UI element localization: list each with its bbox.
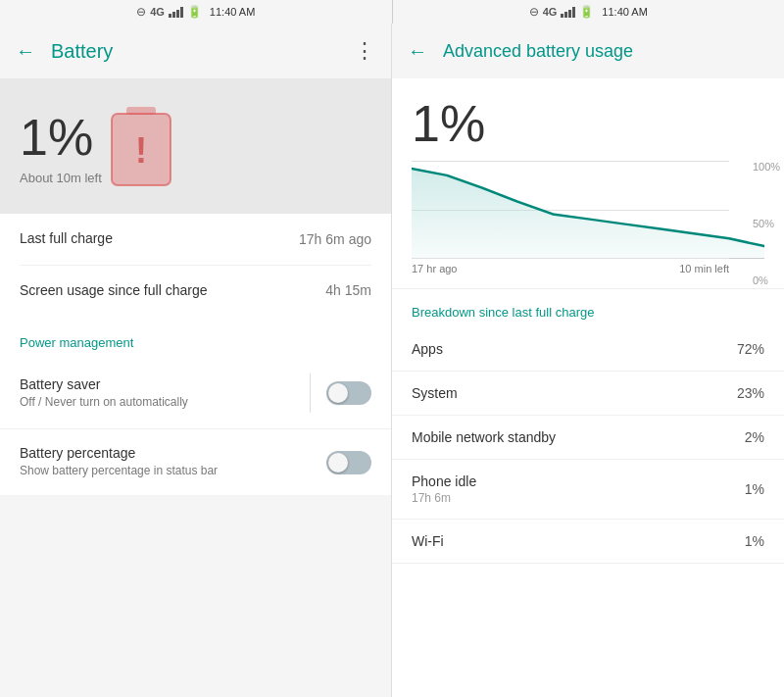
battery-chart: 100% 50% 0% 17 hr ago 10 min left bbox=[392, 161, 784, 288]
battery-saver-content: Battery saver Off / Never turn on automa… bbox=[20, 376, 294, 411]
usage-row-left: Mobile network standby bbox=[412, 429, 556, 445]
x-label-start: 17 hr ago bbox=[412, 263, 457, 274]
usage-label: System bbox=[412, 385, 458, 401]
status-bar-right: ⊖ 4G 🔋 11:40 AM bbox=[392, 0, 785, 24]
y-label-0: 0% bbox=[753, 274, 784, 286]
back-button-right[interactable]: ← bbox=[408, 40, 427, 63]
svg-text:!: ! bbox=[135, 130, 147, 171]
last-full-charge-label: Last full charge bbox=[20, 229, 113, 249]
battery-info: 1% About 10m left bbox=[20, 108, 102, 185]
usage-row-left: Phone idle17h 6m bbox=[412, 473, 476, 505]
battery-time-left: About 10m left bbox=[20, 171, 102, 185]
signal-icon-right: 4G bbox=[543, 6, 558, 18]
divider-vertical bbox=[310, 373, 311, 413]
usage-row: Phone idle17h 6m1% bbox=[392, 460, 784, 520]
usage-label: Phone idle bbox=[412, 473, 476, 489]
usage-list: Apps72%System23%Mobile network standby2%… bbox=[392, 327, 784, 564]
status-bars: ⊖ 4G 🔋 11:40 AM ⊖ 4G 🔋 11:40 AM bbox=[0, 0, 784, 24]
usage-label: Wi-Fi bbox=[412, 533, 444, 549]
battery-percentage-row: Battery percentage Show battery percenta… bbox=[0, 429, 391, 495]
battery-icon-right: 🔋 bbox=[579, 5, 594, 19]
screen-usage-label: Screen usage since full charge bbox=[20, 281, 207, 301]
do-not-disturb-icon: ⊖ bbox=[136, 5, 146, 19]
back-button-left[interactable]: ← bbox=[16, 40, 35, 63]
last-full-charge-row: Last full charge 17h 6m ago bbox=[20, 214, 371, 266]
battery-percentage-title: Battery percentage bbox=[20, 445, 326, 461]
usage-percent: 1% bbox=[745, 533, 764, 549]
usage-row-left: System bbox=[412, 385, 458, 401]
usage-percent: 2% bbox=[745, 429, 764, 445]
usage-sublabel: 17h 6m bbox=[412, 491, 476, 505]
left-panel-title: Battery bbox=[51, 40, 354, 63]
battery-header: 1% About 10m left ! bbox=[0, 78, 391, 214]
battery-percentage-toggle[interactable] bbox=[326, 451, 371, 474]
usage-row: System23% bbox=[392, 372, 784, 416]
screen-usage-value: 4h 15m bbox=[325, 282, 371, 298]
battery-saver-title: Battery saver bbox=[20, 376, 294, 392]
chart-y-labels: 100% 50% 0% bbox=[749, 161, 784, 288]
usage-row-left: Apps bbox=[412, 341, 443, 357]
battery-saver-toggle[interactable] bbox=[326, 381, 371, 405]
bars-icon-left bbox=[169, 6, 183, 18]
usage-row-left: Wi-Fi bbox=[412, 533, 444, 549]
chart-x-labels: 17 hr ago 10 min left bbox=[412, 263, 764, 274]
usage-percent: 1% bbox=[745, 481, 764, 497]
right-panel-title: Advanced battery usage bbox=[443, 41, 633, 62]
x-label-end: 10 min left bbox=[679, 263, 729, 274]
y-label-50: 50% bbox=[753, 218, 784, 229]
do-not-disturb-icon-right: ⊖ bbox=[529, 5, 539, 19]
usage-row: Mobile network standby2% bbox=[392, 416, 784, 460]
usage-percent: 23% bbox=[737, 385, 764, 401]
usage-row: Wi-Fi1% bbox=[392, 520, 784, 564]
battery-percent-display: 1% bbox=[20, 108, 102, 167]
battery-icon-left: 🔋 bbox=[187, 5, 202, 19]
usage-percent: 72% bbox=[737, 341, 764, 357]
battery-critical-icon: ! bbox=[107, 102, 175, 190]
battery-percentage-subtitle: Show battery percentage in status bar bbox=[20, 463, 326, 479]
toggle-knob bbox=[328, 383, 348, 403]
right-toolbar: ← Advanced battery usage bbox=[392, 24, 784, 78]
toggle-knob-2 bbox=[328, 453, 348, 473]
advanced-content: 1% bbox=[392, 78, 784, 697]
chart-area bbox=[412, 161, 764, 259]
battery-stats-section: Last full charge 17h 6m ago Screen usage… bbox=[0, 214, 391, 316]
screen-usage-row: Screen usage since full charge 4h 15m bbox=[20, 266, 371, 317]
time-left: 11:40 AM bbox=[210, 6, 255, 18]
breakdown-header: Breakdown since last full charge bbox=[392, 288, 784, 327]
usage-label: Mobile network standby bbox=[412, 429, 556, 445]
more-options-button[interactable]: ⋮ bbox=[354, 38, 375, 64]
battery-icon-large: ! bbox=[102, 102, 180, 190]
battery-saver-subtitle: Off / Never turn on automatically bbox=[20, 394, 294, 411]
battery-saver-row: Battery saver Off / Never turn on automa… bbox=[0, 358, 391, 429]
usage-row: Apps72% bbox=[392, 327, 784, 372]
signal-icon-left: 4G bbox=[150, 6, 165, 18]
time-right: 11:40 AM bbox=[602, 6, 647, 18]
usage-label: Apps bbox=[412, 341, 443, 357]
advanced-percent: 1% bbox=[392, 78, 784, 161]
bars-icon-right bbox=[561, 6, 575, 18]
y-label-100: 100% bbox=[753, 161, 784, 173]
main-panels: ← Battery ⋮ 1% About 10m left ! Last f bbox=[0, 24, 784, 697]
status-bar-left: ⊖ 4G 🔋 11:40 AM bbox=[0, 0, 392, 24]
left-toolbar: ← Battery ⋮ bbox=[0, 24, 391, 78]
chart-line-svg bbox=[412, 161, 764, 258]
left-panel: ← Battery ⋮ 1% About 10m left ! Last f bbox=[0, 24, 392, 697]
last-full-charge-value: 17h 6m ago bbox=[299, 231, 371, 247]
grid-line-0 bbox=[412, 258, 729, 259]
right-panel: ← Advanced battery usage 1% bbox=[392, 24, 784, 697]
battery-percentage-content: Battery percentage Show battery percenta… bbox=[20, 445, 326, 479]
power-management-header: Power management bbox=[0, 316, 391, 358]
